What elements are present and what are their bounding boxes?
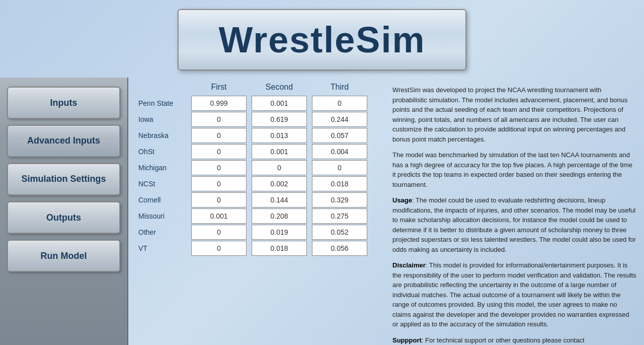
- info-panel: WrestSim was developed to project the NC…: [390, 83, 639, 345]
- third-input[interactable]: [312, 128, 367, 143]
- third-input[interactable]: [312, 176, 367, 191]
- sidebar: Inputs Advanced Inputs Simulation Settin…: [0, 78, 128, 345]
- support-label: Suppport: [392, 336, 422, 344]
- team-label: Other: [138, 228, 189, 236]
- table-row: Iowa: [138, 112, 380, 127]
- col-header-first: First: [189, 83, 249, 92]
- team-label: Iowa: [138, 115, 189, 123]
- table-row: NCSt: [138, 176, 380, 191]
- info-paragraph-1: WrestSim was developed to project the NC…: [392, 85, 636, 144]
- team-label: Cornell: [138, 196, 189, 204]
- table-row: Cornell: [138, 192, 380, 208]
- first-input[interactable]: [191, 144, 247, 159]
- team-label: Nebraska: [138, 131, 189, 140]
- first-input[interactable]: [191, 241, 247, 256]
- team-label: OhSt: [138, 148, 189, 156]
- table-row: Penn State: [138, 96, 380, 111]
- table-row: Michigan: [138, 160, 380, 175]
- third-input[interactable]: [312, 225, 367, 240]
- third-input[interactable]: [312, 144, 367, 159]
- header: WrestleSim: [0, 0, 644, 78]
- third-input[interactable]: [312, 96, 367, 111]
- data-rows: Penn State Iowa Nebraska: [138, 96, 380, 256]
- table-row: Other: [138, 225, 380, 240]
- table-section: First Second Third Penn State Iowa: [138, 83, 380, 345]
- first-input[interactable]: [191, 112, 247, 127]
- col-header-third: Third: [309, 83, 370, 92]
- second-input[interactable]: [252, 144, 307, 159]
- first-input[interactable]: [191, 128, 247, 143]
- second-input[interactable]: [252, 192, 307, 208]
- first-input[interactable]: [191, 96, 247, 111]
- second-input[interactable]: [252, 176, 307, 191]
- first-input[interactable]: [191, 192, 247, 208]
- team-label: Penn State: [138, 99, 189, 107]
- title-box: WrestleSim: [178, 9, 467, 71]
- table-header: First Second Third: [138, 83, 380, 92]
- app-title: WrestleSim: [219, 20, 426, 60]
- main-layout: Inputs Advanced Inputs Simulation Settin…: [0, 78, 644, 345]
- second-input[interactable]: [252, 112, 307, 127]
- first-input[interactable]: [191, 209, 247, 224]
- sidebar-item-outputs[interactable]: Outputs: [7, 201, 120, 234]
- table-row: Nebraska: [138, 128, 380, 143]
- first-input[interactable]: [191, 225, 247, 240]
- info-support: Suppport: For technical support or other…: [392, 335, 636, 346]
- content-area: First Second Third Penn State Iowa: [128, 78, 644, 345]
- team-label: Michigan: [138, 164, 189, 172]
- table-row: OhSt: [138, 144, 380, 159]
- first-input[interactable]: [191, 176, 247, 191]
- info-paragraph-3: Usage: The model could be used to evalua…: [392, 195, 636, 254]
- third-input[interactable]: [312, 112, 367, 127]
- sidebar-item-run-model[interactable]: Run Model: [7, 240, 120, 272]
- sidebar-item-inputs[interactable]: Inputs: [7, 87, 120, 119]
- disclaimer-label: Disclaimer: [392, 261, 426, 269]
- table-row: VT: [138, 241, 380, 256]
- sidebar-item-advanced-inputs[interactable]: Advanced Inputs: [7, 125, 120, 157]
- second-input[interactable]: [252, 241, 307, 256]
- second-input[interactable]: [252, 96, 307, 111]
- second-input[interactable]: [252, 209, 307, 224]
- sidebar-item-simulation-settings[interactable]: Simulation Settings: [7, 163, 120, 195]
- info-paragraph-2: The model was benchmarked by simulation …: [392, 150, 636, 189]
- second-input[interactable]: [252, 160, 307, 175]
- col-header-second: Second: [249, 83, 309, 92]
- second-input[interactable]: [252, 225, 307, 240]
- usage-label: Usage: [392, 196, 412, 204]
- second-input[interactable]: [252, 128, 307, 143]
- third-input[interactable]: [312, 241, 367, 256]
- team-label: Missouri: [138, 212, 189, 220]
- info-paragraph-4: Disclaimer: This model is provided for i…: [392, 260, 636, 329]
- third-input[interactable]: [312, 160, 367, 175]
- team-label: NCSt: [138, 180, 189, 188]
- team-label: VT: [138, 244, 189, 252]
- third-input[interactable]: [312, 192, 367, 208]
- third-input[interactable]: [312, 209, 367, 224]
- first-input[interactable]: [191, 160, 247, 175]
- table-row: Missouri: [138, 209, 380, 224]
